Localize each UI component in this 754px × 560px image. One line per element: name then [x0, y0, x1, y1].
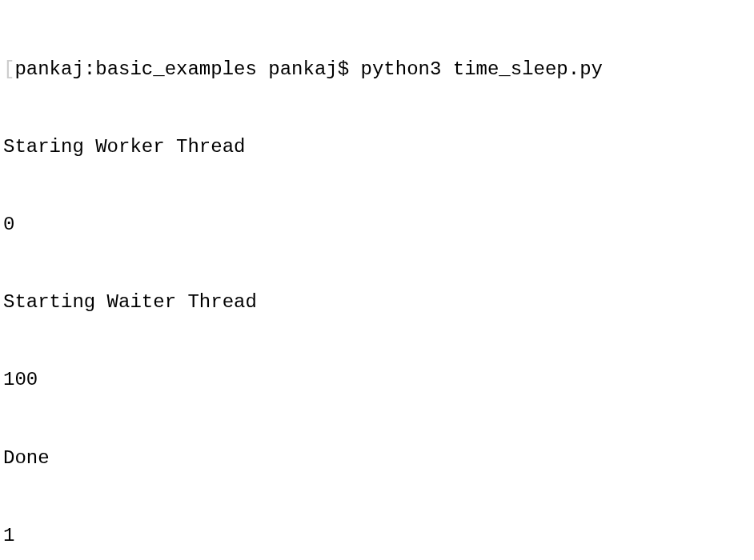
output-line: Starting Waiter Thread: [3, 290, 751, 315]
output-line: 0: [3, 212, 751, 238]
prompt-host: pankaj: [14, 57, 83, 82]
prompt-dir: basic_examples: [95, 57, 257, 82]
terminal-window[interactable]: [pankaj:basic_examples pankaj$ python3 t…: [3, 5, 751, 560]
prompt-symbol: $: [338, 57, 349, 82]
bracket-decoration: [: [3, 57, 14, 82]
prompt-space: [257, 57, 268, 82]
output-line: Done: [3, 446, 751, 471]
output-line: 1: [3, 523, 751, 549]
prompt-space2: [349, 57, 360, 82]
prompt-user: pankaj: [268, 57, 337, 82]
prompt-colon: :: [84, 57, 95, 82]
output-line: Staring Worker Thread: [3, 134, 751, 160]
output-line: 100: [3, 367, 751, 393]
command-text: python3 time_sleep.py: [361, 57, 603, 82]
prompt-line-command: [pankaj:basic_examples pankaj$ python3 t…: [3, 57, 751, 82]
